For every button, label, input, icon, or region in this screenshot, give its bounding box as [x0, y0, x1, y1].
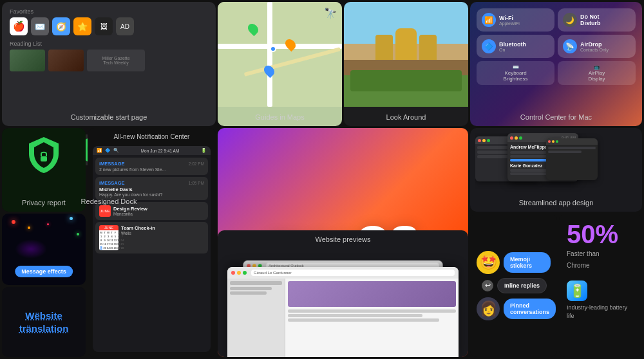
win3-max — [556, 140, 558, 143]
control-center-content: 📶 Wi-Fi AppleWiFi 🌙 Do Not Disturb — [477, 8, 636, 85]
d1: M — [100, 231, 102, 234]
wifi-status: 📶 — [97, 148, 102, 153]
notif-item-2: iMESSAGE 1:05 PM Michelle Davis Happy. A… — [95, 177, 208, 200]
control-center-label: Control Center for Mac — [470, 113, 642, 121]
search-status: 🔍 — [113, 148, 119, 153]
notif-status-icons: 📶 🔷 🔍 — [97, 148, 119, 153]
bf-m3 — [288, 318, 439, 322]
airplay-icon: 📺 — [561, 64, 632, 70]
effects-badge: Message effects — [15, 266, 73, 277]
binoculars-icon: 🔭 — [324, 7, 337, 19]
bf-s3 — [230, 291, 267, 295]
d10: 3 — [107, 235, 109, 238]
cal-icon-2: JUNE MTWTFSS 1234567 891011121314 151617… — [99, 225, 118, 250]
airplay-control[interactable]: 📺 AirPlayDisplay — [558, 61, 636, 85]
look-around-cell: Look Around — [344, 2, 468, 126]
win1-min — [482, 139, 486, 142]
app-design-cell: 9:41 AM Andrew McFlippan Karie Gonzalez — [470, 128, 642, 212]
firework-glow — [15, 239, 47, 259]
map-road-h — [218, 44, 342, 49]
app-design-label: Streamlined app design — [470, 199, 642, 207]
look-around-label: Look Around — [344, 113, 468, 121]
star-icon: ⭐ — [73, 17, 91, 35]
effects-badge-text: Message effects — [15, 266, 73, 277]
spark-4 — [77, 233, 79, 235]
cal-event-1-sub: Manzanita — [113, 212, 147, 216]
inline-replies-row: ↩ Inline replies — [482, 278, 551, 293]
wifi-label: Wi-Fi — [499, 15, 520, 21]
browser-stack: Architectural Outlook — [227, 257, 459, 357]
browser-front-content — [227, 279, 459, 357]
mail-icon: ✉️ — [31, 17, 49, 35]
cal-event-1-title: Design Review — [113, 206, 147, 212]
win2-line2 — [510, 155, 549, 158]
cal-event-2-sub: Wells — [121, 231, 155, 235]
notif-app-1: iMESSAGE — [99, 161, 125, 167]
translation-content: Wëbsitetränslation — [19, 309, 69, 335]
privacy-label: Privacy report — [2, 199, 86, 207]
favorites-icons: 🍎 ✉️ 🧭 ⭐ 🖼 AD — [10, 17, 208, 35]
d5: F — [114, 231, 117, 234]
bluetooth-control[interactable]: 🔷 Bluetooth On — [477, 35, 554, 58]
browser-front-url: Géraud Le Gardunner — [251, 270, 455, 276]
privacy-shield-icon — [28, 136, 60, 174]
menubar-time: Mon Jun 22 9:41 AM — [141, 149, 180, 153]
notif-item-2-header: iMESSAGE 1:05 PM — [99, 180, 204, 186]
airdrop-icon: 📡 — [563, 39, 577, 53]
keyboard-brightness-control[interactable]: ⌨️ KeyboardBrightness — [477, 61, 554, 85]
privacy-report-cell: Privacy report — [2, 128, 86, 212]
safari-battery-icon: 🔋 — [567, 281, 587, 301]
keyboard-icon: ⌨️ — [480, 64, 551, 70]
dnd-text: Do Not Disturb — [580, 14, 601, 26]
d2: T — [103, 231, 106, 234]
d31: 24 — [107, 246, 109, 250]
maps-cell: 🔭 Guides in Maps — [218, 2, 342, 126]
d30: 23 — [103, 246, 106, 250]
spark-3 — [70, 217, 73, 220]
d29: 22 — [100, 246, 102, 250]
win1-max — [487, 139, 490, 142]
wifi-control[interactable]: 📶 Wi-Fi AppleWiFi — [477, 8, 554, 32]
memoji-face: 🤩 — [477, 251, 500, 274]
wifi-network: AppleWiFi — [499, 21, 520, 26]
main-grid: Favorites 🍎 ✉️ 🧭 ⭐ 🖼 AD Reading List Mil… — [0, 0, 644, 359]
cal-grid: MTWTFSS 1234567 891011121314 15161718192… — [99, 230, 118, 250]
bluetooth-icon: 🔷 — [482, 39, 496, 53]
bf-main — [285, 279, 459, 357]
cc-middle-row: 🔷 Bluetooth On 📡 AirDrop Contacts Only — [477, 35, 636, 58]
d11: 4 — [110, 235, 113, 238]
messages-cell: 🤩 Memoji stickers ↩ Inline replies 👩 Pin… — [470, 214, 557, 357]
spark-2 — [28, 226, 30, 229]
notif-item-1-header: iMESSAGE 2:02 PM — [99, 161, 204, 167]
bluetooth-text: Bluetooth On — [499, 41, 526, 52]
pinned-face: 👩 — [477, 297, 500, 320]
notif-sender-2: Michelle Davis — [99, 187, 204, 192]
bt-status: On — [499, 48, 526, 52]
d34: 27 — [117, 246, 120, 250]
pinned-row: 👩 Pinned conversations — [477, 297, 551, 320]
win3-min — [552, 140, 554, 143]
airdrop-control[interactable]: 📡 AirDrop Contacts Only — [558, 35, 636, 58]
notif-body-1: 2 new pictures from Steven Ste... — [99, 167, 204, 172]
favorites-label: Favorites — [10, 8, 208, 15]
trees — [350, 70, 462, 91]
d16: 9 — [103, 239, 106, 242]
cal-item-2: JUNE MTWTFSS 1234567 891011121314 151617… — [99, 225, 204, 250]
bf-m1 — [288, 309, 456, 313]
bf-m2 — [288, 314, 422, 317]
bf-max — [243, 271, 247, 275]
calendar-widget-2: JUNE MTWTFSS 1234567 891011121314 151617… — [95, 222, 208, 253]
dnd-label: Do Not — [580, 14, 601, 20]
battery-section: 🔋 Industry-leading battery life — [567, 281, 634, 320]
safari-fav-icon: 🧭 — [52, 17, 70, 35]
win3-row2 — [548, 151, 582, 153]
notif-app-2: iMESSAGE — [99, 180, 125, 186]
d12: 5 — [114, 235, 117, 238]
apple-icon: 🍎 — [10, 17, 28, 35]
keyboard-label: KeyboardBrightness — [480, 70, 551, 82]
perf-chrome-label: Chrome — [567, 261, 634, 270]
d27: 20 — [117, 243, 120, 246]
website-previews-cell: Website previews Architectural Outlook — [218, 230, 468, 357]
dnd-control[interactable]: 🌙 Do Not Disturb — [558, 8, 636, 32]
perf-faster-label: Faster than — [567, 250, 634, 259]
